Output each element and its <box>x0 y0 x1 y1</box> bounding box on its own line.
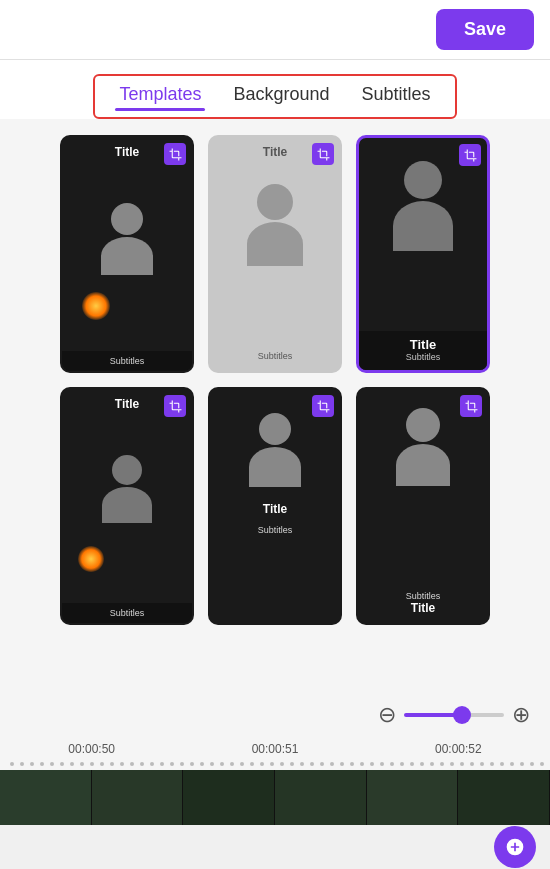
timeline-dot <box>90 762 94 766</box>
timeline-dot <box>420 762 424 766</box>
card6-subtitles: Subtitles <box>358 591 488 601</box>
timeline-dot <box>150 762 154 766</box>
timeline-dot <box>140 762 144 766</box>
zoom-slider[interactable] <box>404 713 504 717</box>
timeline-dot <box>480 762 484 766</box>
template-card-1[interactable]: Title Subtitles <box>60 135 194 373</box>
timeline-dot <box>490 762 494 766</box>
zoom-out-icon[interactable]: ⊖ <box>378 702 396 728</box>
video-frame-6 <box>458 770 550 825</box>
tab-templates[interactable]: Templates <box>115 82 205 111</box>
timeline-dot <box>360 762 364 766</box>
save-button[interactable]: Save <box>436 9 534 50</box>
timeline-dot <box>10 762 14 766</box>
timeline-dot <box>230 762 234 766</box>
timeline-label-2: 00:00:52 <box>435 742 482 756</box>
timeline-dot <box>260 762 264 766</box>
card4-subtitles: Subtitles <box>62 608 192 618</box>
video-strip[interactable] <box>0 770 550 825</box>
template-card-6[interactable]: Subtitles Title <box>356 387 490 625</box>
card3-subtitles: Subtitles <box>359 352 487 362</box>
fab-button[interactable] <box>494 826 536 868</box>
tab-subtitles[interactable]: Subtitles <box>358 82 435 111</box>
timeline-dot <box>370 762 374 766</box>
video-frame-1 <box>0 770 92 825</box>
zoom-bar: ⊖ ⊕ <box>0 692 550 738</box>
template-card-3[interactable]: Title Subtitles <box>356 135 490 373</box>
timeline-label-0: 00:00:50 <box>68 742 115 756</box>
crop-icon-3[interactable] <box>459 144 481 166</box>
timeline-dot <box>290 762 294 766</box>
timeline-dot <box>210 762 214 766</box>
timeline-dot <box>470 762 474 766</box>
card2-subtitles: Subtitles <box>210 351 340 361</box>
timeline-dot <box>110 762 114 766</box>
timeline-dot <box>280 762 284 766</box>
timeline-dot <box>350 762 354 766</box>
timeline-dot <box>460 762 464 766</box>
template-grid: Title Subtitles Title Subtitles <box>0 119 550 641</box>
timeline-dot <box>200 762 204 766</box>
timeline-dot <box>30 762 34 766</box>
tab-bar: Templates Background Subtitles <box>93 74 456 119</box>
timeline-dot <box>160 762 164 766</box>
page-wrapper: Save Templates Background Subtitles Titl… <box>0 0 550 869</box>
timeline-dot <box>300 762 304 766</box>
empty-space <box>0 641 550 692</box>
timeline-dot <box>270 762 274 766</box>
tab-background[interactable]: Background <box>229 82 333 111</box>
timeline-dot <box>510 762 514 766</box>
timeline-dot <box>240 762 244 766</box>
crop-icon-2[interactable] <box>312 143 334 165</box>
zoom-in-icon[interactable]: ⊕ <box>512 702 530 728</box>
template-card-5[interactable]: Title Subtitles <box>208 387 342 625</box>
timeline-dot <box>190 762 194 766</box>
timeline-dot <box>220 762 224 766</box>
header: Save <box>0 0 550 60</box>
timeline-dot <box>170 762 174 766</box>
timeline-dot <box>450 762 454 766</box>
template-card-2[interactable]: Title Subtitles <box>208 135 342 373</box>
timeline-dot <box>310 762 314 766</box>
timeline-label-1: 00:00:51 <box>252 742 299 756</box>
timeline-dot <box>390 762 394 766</box>
timeline-dot <box>180 762 184 766</box>
bottom-bar <box>0 825 550 869</box>
timeline-dot <box>100 762 104 766</box>
timeline-dot <box>540 762 544 766</box>
video-frame-3 <box>183 770 275 825</box>
card1-subtitles: Subtitles <box>62 356 192 366</box>
timeline-dot <box>500 762 504 766</box>
timeline-dot <box>130 762 134 766</box>
timeline-labels: 00:00:50 00:00:51 00:00:52 <box>0 738 550 758</box>
timeline-dot <box>60 762 64 766</box>
timeline-dot <box>250 762 254 766</box>
card5-subtitles: Subtitles <box>210 525 340 535</box>
timeline-dot <box>520 762 524 766</box>
timeline-dot <box>120 762 124 766</box>
timeline-dot <box>50 762 54 766</box>
timeline-dot <box>410 762 414 766</box>
timeline-dot <box>330 762 334 766</box>
timeline-dot <box>40 762 44 766</box>
timeline-dot <box>20 762 24 766</box>
video-frame-4 <box>275 770 367 825</box>
video-frame-2 <box>92 770 184 825</box>
card3-title: Title <box>359 337 487 352</box>
video-frame-5 <box>367 770 459 825</box>
card5-title: Title <box>210 502 340 516</box>
timeline-dot <box>320 762 324 766</box>
timeline-dot <box>70 762 74 766</box>
crop-icon-5[interactable] <box>312 395 334 417</box>
crop-icon-6[interactable] <box>460 395 482 417</box>
crop-icon-4[interactable] <box>164 395 186 417</box>
timeline-dot <box>530 762 534 766</box>
timeline-dots <box>0 758 550 770</box>
card6-title: Title <box>358 601 488 615</box>
template-card-4[interactable]: Title Subtitles <box>60 387 194 625</box>
timeline-dot <box>440 762 444 766</box>
crop-icon-1[interactable] <box>164 143 186 165</box>
timeline-dot <box>400 762 404 766</box>
timeline-dot <box>80 762 84 766</box>
timeline-dot <box>340 762 344 766</box>
